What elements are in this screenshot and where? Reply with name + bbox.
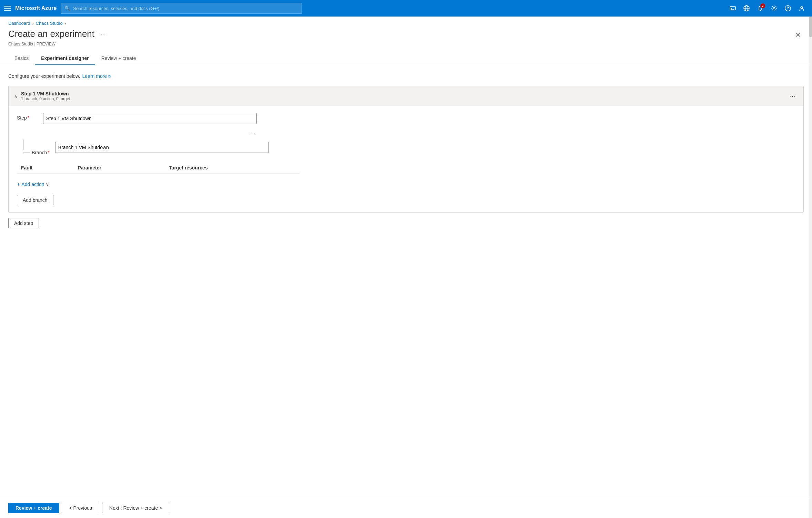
step-field-row: Step * bbox=[17, 113, 795, 124]
add-branch-button[interactable]: Add branch bbox=[17, 195, 53, 205]
step-name-input[interactable] bbox=[43, 113, 257, 124]
breadcrumb-sep-1: › bbox=[32, 21, 34, 26]
learn-more-link[interactable]: Learn more ⧉ bbox=[82, 73, 111, 79]
svg-point-5 bbox=[773, 8, 775, 9]
add-step-button[interactable]: Add step bbox=[8, 218, 39, 228]
step-subtitle: 1 branch, 0 action, 0 target bbox=[21, 96, 70, 101]
step-field-label: Step * bbox=[17, 113, 38, 121]
bottom-bar: Review + create < Previous Next : Review… bbox=[0, 498, 812, 518]
branch-name-input[interactable] bbox=[55, 142, 269, 153]
branch-required-star: * bbox=[48, 150, 49, 155]
parameter-col-header: Parameter bbox=[73, 162, 165, 174]
notification-badge: 2 bbox=[760, 3, 765, 8]
breadcrumb-dashboard[interactable]: Dashboard bbox=[8, 21, 30, 26]
branch-label: Branch bbox=[32, 150, 47, 155]
fault-col-header: Fault bbox=[17, 162, 73, 174]
step-collapse-icon: ∧ bbox=[14, 94, 18, 99]
page-header: Create an experiment ··· ✕ bbox=[0, 26, 812, 41]
step-header[interactable]: ∧ Step 1 VM Shutdown 1 branch, 0 action,… bbox=[9, 86, 803, 106]
breadcrumb-sep-2: › bbox=[65, 21, 66, 26]
review-create-button[interactable]: Review + create bbox=[8, 503, 59, 513]
step-more-button[interactable]: ··· bbox=[787, 91, 798, 101]
branch-more-button[interactable]: ··· bbox=[247, 130, 258, 138]
configure-text: Configure your experiment below. Learn m… bbox=[8, 73, 804, 79]
svg-point-7 bbox=[788, 10, 788, 10]
add-action-button[interactable]: + Add action ∨ bbox=[17, 179, 49, 189]
breadcrumb: Dashboard › Chaos Studio › bbox=[0, 17, 812, 26]
external-link-icon: ⧉ bbox=[108, 74, 111, 79]
breadcrumb-chaos-studio[interactable]: Chaos Studio bbox=[36, 21, 63, 26]
step-container: ∧ Step 1 VM Shutdown 1 branch, 0 action,… bbox=[8, 86, 804, 213]
fault-table: Fault Parameter Target resources bbox=[17, 162, 300, 174]
step-body: Step * ··· bbox=[9, 106, 803, 212]
configure-description: Configure your experiment below. bbox=[8, 73, 80, 79]
search-input[interactable] bbox=[73, 6, 298, 11]
main-panel: Dashboard › Chaos Studio › Create an exp… bbox=[0, 17, 812, 518]
page-title-area: Create an experiment ··· bbox=[8, 29, 109, 39]
directory-button[interactable] bbox=[740, 2, 753, 14]
svg-point-8 bbox=[801, 7, 803, 9]
page-title: Create an experiment bbox=[8, 29, 94, 39]
topbar-icons: 2 bbox=[727, 2, 808, 14]
page-more-button[interactable]: ··· bbox=[98, 29, 109, 39]
content-area: Configure your experiment below. Learn m… bbox=[0, 65, 812, 498]
tab-basics[interactable]: Basics bbox=[8, 52, 35, 65]
tab-experiment-designer[interactable]: Experiment designer bbox=[35, 52, 95, 65]
hamburger-menu[interactable] bbox=[4, 6, 11, 11]
step-title: Step 1 VM Shutdown bbox=[21, 91, 70, 96]
brand-logo: Microsoft Azure bbox=[15, 5, 57, 11]
notifications-button[interactable]: 2 bbox=[754, 2, 767, 14]
search-icon: 🔍 bbox=[64, 6, 70, 11]
add-action-chevron-icon: ∨ bbox=[46, 182, 49, 187]
account-button[interactable] bbox=[795, 2, 808, 14]
step-header-left: ∧ Step 1 VM Shutdown 1 branch, 0 action,… bbox=[14, 91, 70, 101]
help-button[interactable] bbox=[782, 2, 794, 14]
topbar: Microsoft Azure 🔍 2 bbox=[0, 0, 812, 17]
step-required-star: * bbox=[28, 115, 29, 121]
scrollbar[interactable] bbox=[809, 17, 812, 518]
settings-button[interactable] bbox=[768, 2, 780, 14]
next-button[interactable]: Next : Review + create > bbox=[102, 503, 169, 513]
tabs-container: Basics Experiment designer Review + crea… bbox=[0, 46, 812, 65]
target-col-header: Target resources bbox=[165, 162, 300, 174]
add-action-row: + Add action ∨ bbox=[17, 179, 795, 189]
tab-review-create[interactable]: Review + create bbox=[95, 52, 142, 65]
scrollbar-thumb[interactable] bbox=[809, 17, 812, 37]
cloud-shell-button[interactable] bbox=[727, 2, 739, 14]
previous-button[interactable]: < Previous bbox=[62, 503, 99, 513]
search-bar[interactable]: 🔍 bbox=[61, 3, 302, 14]
close-button[interactable]: ✕ bbox=[792, 29, 804, 41]
page-subtitle: Chaos Studio | PREVIEW bbox=[0, 41, 812, 46]
add-action-plus-icon: + bbox=[17, 181, 20, 187]
